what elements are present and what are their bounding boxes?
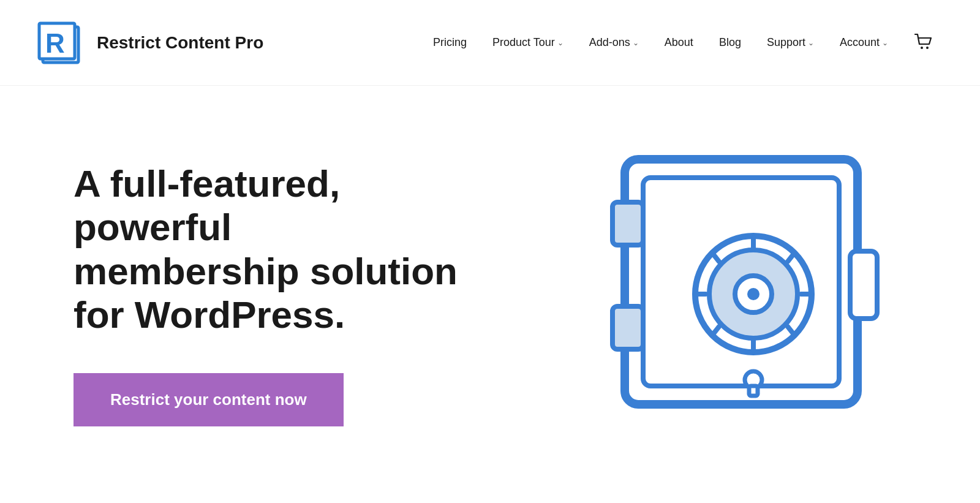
logo-icon: R: [37, 18, 86, 67]
svg-rect-7: [612, 202, 643, 245]
hero-section: A full-featured, powerful membership sol…: [0, 86, 980, 502]
safe-icon: [588, 135, 907, 453]
nav-about[interactable]: About: [655, 31, 703, 54]
support-chevron-icon: ⌄: [808, 39, 814, 47]
cart-button[interactable]: [904, 27, 943, 59]
svg-point-21: [747, 288, 760, 300]
hero-content: A full-featured, powerful membership sol…: [74, 162, 466, 426]
nav-pricing[interactable]: Pricing: [423, 31, 477, 54]
logo-text: Restrict Content Pro: [97, 33, 263, 53]
svg-rect-8: [612, 306, 643, 349]
svg-point-3: [921, 47, 923, 49]
site-header: R Restrict Content Pro Pricing Product T…: [0, 0, 980, 86]
hero-heading: A full-featured, powerful membership sol…: [74, 162, 466, 336]
main-nav: Pricing Product Tour ⌄ Add-ons ⌄ About B…: [423, 27, 943, 59]
svg-text:R: R: [45, 28, 65, 58]
hero-illustration: [576, 135, 919, 453]
product-tour-chevron-icon: ⌄: [557, 39, 564, 47]
cart-icon: [914, 32, 933, 51]
nav-addons[interactable]: Add-ons ⌄: [579, 31, 649, 54]
nav-blog[interactable]: Blog: [709, 31, 751, 54]
nav-support[interactable]: Support ⌄: [757, 31, 824, 54]
account-chevron-icon: ⌄: [882, 39, 888, 47]
nav-product-tour[interactable]: Product Tour ⌄: [483, 31, 573, 54]
svg-point-4: [926, 47, 929, 49]
svg-rect-23: [749, 386, 758, 396]
nav-account[interactable]: Account ⌄: [830, 31, 898, 54]
logo-link[interactable]: R Restrict Content Pro: [37, 18, 263, 67]
addons-chevron-icon: ⌄: [633, 39, 639, 47]
cta-button[interactable]: Restrict your content now: [74, 373, 344, 426]
svg-rect-9: [850, 251, 877, 319]
